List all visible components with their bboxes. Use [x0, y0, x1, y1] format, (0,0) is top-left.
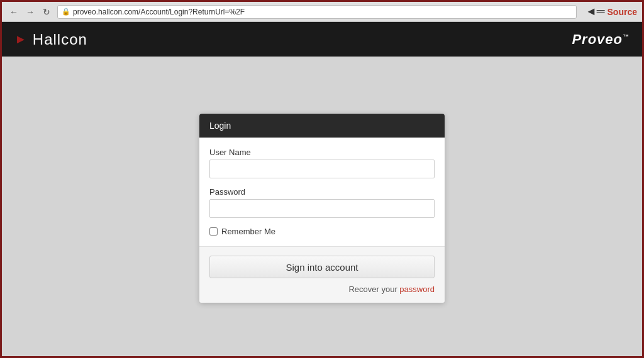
login-footer: Sign into account Recover your password	[199, 246, 445, 303]
login-card: Login User Name Password Remember Me Sig…	[199, 114, 445, 303]
username-group: User Name	[209, 148, 435, 178]
nav-buttons: ← → ↻	[7, 5, 53, 19]
hallcon-logo: ► Hallcon	[14, 31, 87, 48]
recover-password-link[interactable]: password	[399, 285, 435, 294]
address-bar[interactable]: 🔒 proveo.hallcon.com/Account/Login?Retur…	[57, 5, 577, 19]
remember-me-label: Remember Me	[221, 227, 275, 236]
remember-me-checkbox[interactable]	[209, 227, 218, 236]
recover-link-container: Recover your password	[209, 285, 435, 294]
back-button[interactable]: ←	[7, 5, 21, 19]
password-label: Password	[209, 187, 435, 197]
main-content: Login User Name Password Remember Me Sig…	[2, 57, 642, 358]
forward-button[interactable]: →	[23, 5, 37, 19]
recover-text: Recover your	[348, 285, 399, 294]
proveo-suffix: veo	[597, 31, 623, 47]
remember-me-group: Remember Me	[209, 227, 435, 236]
lock-icon: 🔒	[62, 8, 70, 16]
source-annotation: ◄═ Source	[586, 5, 637, 18]
sign-in-button[interactable]: Sign into account	[209, 256, 435, 278]
username-input[interactable]	[209, 160, 435, 178]
trademark-symbol: ™	[623, 33, 630, 40]
play-icon: ►	[14, 32, 28, 46]
source-arrow-icon: ◄═	[586, 5, 605, 18]
proveo-logo: Proveo™	[572, 31, 630, 48]
browser-chrome: ← → ↻ 🔒 proveo.hallcon.com/Account/Login…	[2, 2, 642, 22]
login-header: Login	[199, 114, 445, 138]
url-text: proveo.hallcon.com/Account/Login?ReturnU…	[73, 8, 245, 16]
proveo-prefix: Pro	[572, 31, 597, 47]
app-header: ► Hallcon Proveo™	[2, 22, 642, 57]
source-label: Source	[608, 7, 637, 17]
username-label: User Name	[209, 148, 435, 157]
refresh-button[interactable]: ↻	[40, 5, 53, 19]
login-title: Login	[209, 121, 231, 131]
login-body: User Name Password Remember Me	[199, 138, 445, 236]
hallcon-text: Hallcon	[33, 31, 87, 48]
password-group: Password	[209, 187, 435, 218]
password-input[interactable]	[209, 199, 435, 218]
